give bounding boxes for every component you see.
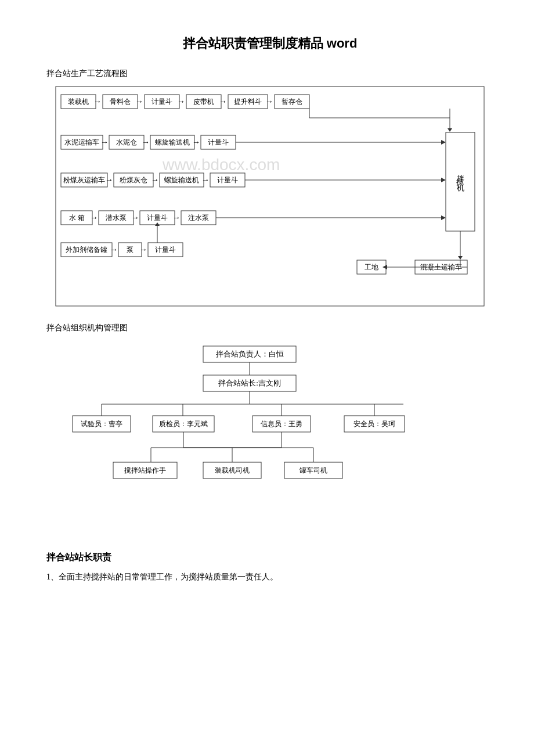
svg-marker-35: [441, 140, 446, 145]
svg-text:→: →: [219, 97, 227, 106]
org-section-label: 拌合站组织机构管理图: [46, 323, 493, 333]
svg-text:→: →: [142, 138, 150, 146]
svg-text:水泥运输车: 水泥运输车: [64, 138, 99, 146]
flow-diagram-svg: 装载机 → 骨料仓 → 计量斗 → 皮带机 → 提升料斗 → 暂存仓 水泥运输车…: [46, 86, 493, 307]
svg-text:→: →: [105, 175, 113, 184]
svg-text:→: →: [151, 175, 159, 184]
svg-text:暂存仓: 暂存仓: [282, 98, 302, 106]
svg-text:→: →: [172, 213, 181, 222]
svg-marker-77: [458, 256, 463, 260]
svg-text:水泥仓: 水泥仓: [116, 138, 137, 146]
svg-text:机: 机: [457, 183, 464, 192]
svg-text:→: →: [139, 245, 147, 254]
svg-text:→: →: [135, 97, 143, 106]
svg-text:→: →: [110, 245, 118, 254]
svg-text:拌合站站长:吉文刚: 拌合站站长:吉文刚: [218, 379, 281, 387]
svg-text:罐车司机: 罐车司机: [300, 466, 327, 474]
svg-text:→: →: [265, 97, 273, 106]
svg-marker-48: [441, 178, 446, 182]
svg-text:拌: 拌: [457, 174, 464, 183]
flow-section-label: 拌合站生产工艺流程图: [46, 69, 493, 79]
svg-text:骨料仓: 骨料仓: [110, 98, 131, 106]
svg-text:信息员：王勇: 信息员：王勇: [261, 420, 302, 428]
content-text: 1、全面主持搅拌站的日常管理工作，为搅拌站质量第一责任人。: [46, 570, 493, 584]
svg-text:拌合站负责人：白恒: 拌合站负责人：白恒: [216, 350, 284, 358]
svg-text:外加剂储备罐: 外加剂储备罐: [66, 246, 107, 254]
svg-text:→: →: [131, 213, 139, 222]
svg-text:螺旋输送机: 螺旋输送机: [155, 138, 190, 146]
svg-text:计量斗: 计量斗: [147, 214, 168, 222]
svg-text:→: →: [201, 175, 210, 184]
svg-text:计量斗: 计量斗: [208, 138, 229, 146]
svg-text:潜水泵: 潜水泵: [106, 214, 127, 222]
svg-text:质检员：李元斌: 质检员：李元斌: [159, 420, 208, 428]
svg-marker-65: [441, 215, 446, 220]
org-chart-svg: 拌合站负责人：白恒 拌合站站长:吉文刚 试验员：曹亭 质检员：李元斌 信息员：王…: [67, 340, 473, 538]
svg-text:提升料斗: 提升料斗: [234, 98, 262, 106]
svg-text:安全员：吴珂: 安全员：吴珂: [353, 420, 395, 428]
svg-text:→: →: [93, 97, 102, 106]
svg-marker-22: [448, 128, 452, 132]
svg-text:搅拌站操作手: 搅拌站操作手: [124, 466, 166, 474]
svg-text:装载机司机: 装载机司机: [215, 466, 250, 474]
svg-text:粉煤灰仓: 粉煤灰仓: [120, 176, 147, 184]
svg-text:计量斗: 计量斗: [151, 98, 172, 106]
svg-text:→: →: [100, 138, 109, 146]
svg-text:计量斗: 计量斗: [155, 246, 176, 254]
svg-text:→: →: [177, 97, 185, 106]
svg-text:粉煤灰运输车: 粉煤灰运输车: [63, 176, 105, 184]
svg-text:工地: 工地: [365, 263, 378, 271]
flow-diagram: www.bdocx.com 装载机 → 骨料仓 → 计量斗 → 皮带机 → 提升…: [46, 86, 493, 307]
svg-text:试验员：曹亭: 试验员：曹亭: [81, 420, 122, 428]
svg-text:水 箱: 水 箱: [69, 214, 85, 222]
svg-text:泵: 泵: [127, 246, 134, 254]
svg-text:注水泵: 注水泵: [188, 214, 209, 222]
content-heading: 拌合站站长职责: [46, 552, 493, 564]
svg-text:螺旋输送机: 螺旋输送机: [164, 176, 199, 184]
svg-text:计量斗: 计量斗: [217, 176, 238, 184]
svg-text:→: →: [192, 138, 200, 146]
svg-text:装载机: 装载机: [68, 98, 89, 106]
svg-text:皮带机: 皮带机: [193, 98, 214, 106]
svg-text:→: →: [90, 213, 98, 222]
page-title: 拌合站职责管理制度精品 word: [46, 35, 493, 52]
